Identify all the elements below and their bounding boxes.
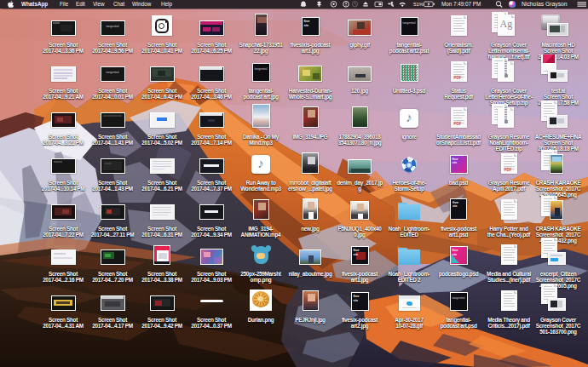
svg-text:51%: 51% <box>413 1 424 7</box>
